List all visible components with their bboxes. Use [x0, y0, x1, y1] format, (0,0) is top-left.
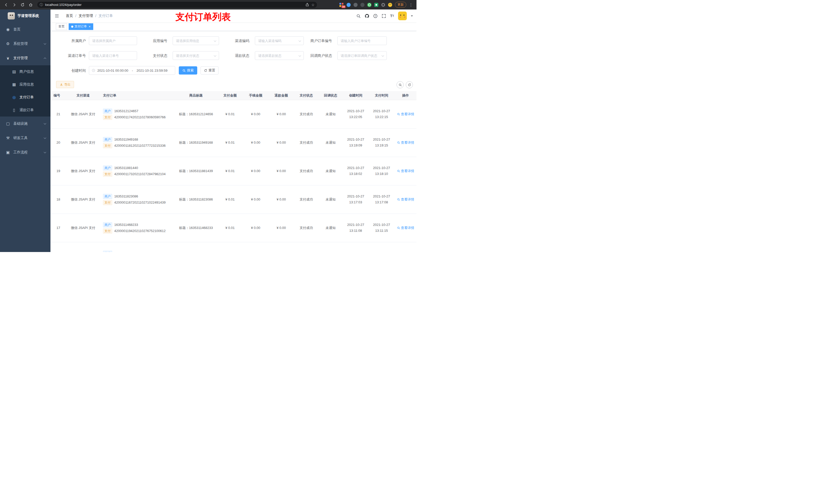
browser-update-button[interactable]: 更新	[395, 2, 406, 8]
refund-amount: ¥ 0.00	[268, 185, 294, 214]
yen-icon: ¥	[6, 56, 10, 61]
filter-label-merchant: 所属商户	[55, 37, 86, 45]
breadcrumb-pay-manage[interactable]: 支付管理	[79, 14, 93, 18]
view-detail-link[interactable]: 查看详情	[397, 112, 414, 117]
view-detail-link[interactable]: 查看详情	[397, 197, 414, 202]
notify-status: 未通知	[318, 157, 343, 185]
address-bar[interactable]: ⓘ localhost:1024/pay/order ☆	[37, 1, 317, 8]
tools-icon: ⚒	[6, 136, 10, 140]
user-avatar[interactable]	[398, 11, 407, 20]
reset-button[interactable]: 重置	[200, 66, 218, 74]
refund-amount: ¥ 0.00	[268, 214, 294, 242]
refund-amount	[268, 242, 294, 252]
clock-icon	[92, 69, 95, 72]
goods-title: 标题：1635311468233	[175, 214, 217, 242]
col-channel: 支付渠道	[66, 91, 100, 100]
extension-icon-gray[interactable]	[354, 3, 358, 7]
create-time-range-picker[interactable]: 2021-10-01 00:00:00 - 2021-10-31 23:59:5…	[89, 66, 175, 75]
sidebar-item-infrastructure[interactable]: ▢ 基础设施	[0, 117, 50, 131]
order-id: 21	[50, 100, 66, 128]
extension-icon-green-circle[interactable]	[367, 3, 372, 7]
filter-label-pay-status: 支付状态	[137, 51, 167, 60]
browser-menu-icon[interactable]: ⋮	[409, 3, 413, 7]
col-actions: 操作	[395, 91, 416, 100]
notify-status: 未通知	[318, 185, 343, 214]
sidebar-toggle-icon[interactable]	[54, 14, 59, 18]
sidebar-item-home[interactable]: ◉ 首页	[0, 22, 50, 37]
sidebar-item-app-info[interactable]: ▦ 应用信息	[0, 78, 50, 91]
pay-channel	[66, 242, 100, 252]
pay-order-no: 4200001194202110276752100612	[114, 229, 166, 233]
github-icon[interactable]	[365, 14, 369, 18]
create-time: 2021-10-2713:22:05	[343, 100, 368, 128]
home-icon[interactable]	[27, 1, 34, 8]
goods-title: 标题：1635312124656	[175, 100, 217, 128]
pay-time: 2021-10-2713:11:15	[368, 214, 395, 242]
extension-icon-pin[interactable]	[381, 3, 385, 7]
tab-home[interactable]: 首页	[56, 23, 67, 30]
dashboard-icon: ◉	[6, 27, 10, 32]
fee-amount: ¥ 0.00	[243, 128, 268, 157]
filter-label-app: 应用编号	[137, 37, 167, 45]
merchant-order-no: 1635312124657	[114, 109, 138, 113]
sidebar-item-system[interactable]: ⚙ 系统管理	[0, 37, 50, 51]
sidebar-item-refund-order[interactable]: ▯ 退款订单	[0, 104, 50, 117]
tab-close-icon[interactable]: ×	[89, 25, 91, 28]
breadcrumb-home[interactable]: 首页	[66, 14, 73, 18]
pay-order-no: 4200001174202110278060590766	[114, 115, 166, 119]
sidebar-item-dev-tools[interactable]: ⚒ 研发工具	[0, 131, 50, 145]
sidebar-item-pay-order[interactable]: ◎ 支付订单	[0, 91, 50, 104]
site-info-icon[interactable]: ⓘ	[40, 3, 43, 7]
export-button[interactable]: 导出	[56, 81, 74, 88]
sidebar-item-merchant-info[interactable]: ▤ 商户信息	[0, 65, 50, 78]
actions-cell: 查看详情	[395, 128, 416, 157]
tab-pay-order[interactable]: 支付订单 ×	[69, 23, 93, 30]
notify-status-select[interactable]	[337, 51, 387, 60]
extension-icon-blue[interactable]	[347, 3, 351, 7]
app-logo[interactable]: 芋道管理系统	[0, 9, 50, 22]
view-detail-link[interactable]: 查看详情	[397, 169, 414, 173]
url-text[interactable]: localhost:1024/pay/order	[45, 3, 303, 7]
extension-icon-dark-gray[interactable]	[360, 3, 364, 7]
toggle-search-button[interactable]	[397, 81, 404, 88]
create-time: 2021-10-2713:11:08	[343, 214, 368, 242]
view-detail-link[interactable]: 查看详情	[397, 225, 414, 230]
extension-icon-face[interactable]	[388, 3, 392, 7]
refresh-table-button[interactable]	[406, 81, 413, 88]
back-icon[interactable]	[3, 1, 10, 8]
search-button[interactable]: 搜索	[179, 66, 197, 74]
sidebar-item-payment[interactable]: ¥ 支付管理	[0, 51, 50, 65]
forward-icon[interactable]	[11, 1, 18, 8]
sidebar-item-workflow[interactable]: ▣ 工作流程	[0, 145, 50, 160]
fullscreen-icon[interactable]	[382, 14, 386, 18]
document-icon: ▯	[12, 108, 16, 113]
bookmark-star-icon[interactable]: ☆	[311, 3, 314, 7]
merchant-filter-input[interactable]	[89, 37, 137, 45]
pay-order-cell: 商户 1635312124657 支付 42000011742021102780…	[100, 100, 175, 128]
channel-order-no-input[interactable]	[89, 51, 137, 60]
pay-status-select[interactable]	[173, 51, 219, 60]
col-refund: 退款金额	[268, 91, 294, 100]
pay-amount: ¥ 0.01	[217, 100, 243, 128]
search-icon	[397, 226, 400, 230]
font-size-icon[interactable]: TT	[390, 14, 394, 18]
pay-tag: 支付	[103, 172, 112, 177]
share-icon[interactable]	[305, 3, 309, 7]
help-icon[interactable]: ?	[373, 14, 378, 18]
user-menu-caret-icon[interactable]	[411, 15, 413, 17]
app-filter-select[interactable]	[173, 37, 219, 45]
filter-label-refund-status: 退款状态	[218, 51, 249, 60]
reload-icon[interactable]	[19, 1, 26, 8]
actions-cell: 查看详情	[395, 242, 416, 252]
extension-icon-green-square[interactable]	[374, 3, 378, 7]
merchant-order-no-input[interactable]	[337, 37, 387, 45]
extension-icon-grid[interactable]: 10	[339, 3, 344, 7]
pay-amount	[217, 242, 243, 252]
view-detail-link[interactable]: 查看详情	[397, 140, 414, 145]
search-icon	[397, 170, 400, 173]
sidebar-menu: ◉ 首页 ⚙ 系统管理 ¥ 支付管理 ▤ 商户信息 ▦ 应用信息 ◎ 支付订单	[0, 22, 50, 160]
pay-time	[368, 242, 395, 252]
pay-order-cell: 商户 1635311823086 支付 42000011672021102710…	[100, 185, 175, 214]
search-icon[interactable]	[356, 14, 361, 18]
pay-order-no: 4200001181202110277723215336	[114, 144, 166, 147]
